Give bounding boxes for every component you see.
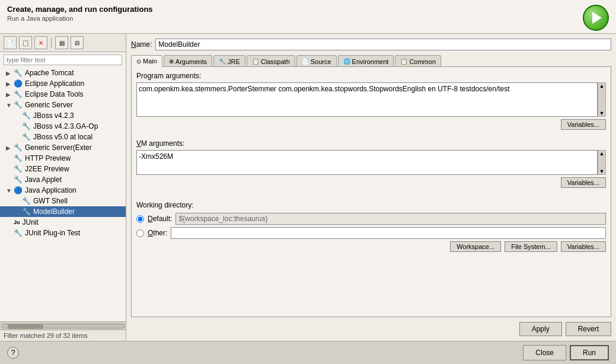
default-radio-label: Default: <box>148 215 172 223</box>
expander-icon: ▶ <box>6 91 12 98</box>
server-icon: 🔧 <box>14 143 23 152</box>
sidebar-item-label: GWT Shell <box>33 197 68 205</box>
sidebar-item-label: Java Applet <box>25 175 62 184</box>
tab-label: Environment <box>352 58 389 65</box>
play-triangle <box>592 12 602 24</box>
tab-environment[interactable]: 🌐 Environment <box>338 55 394 67</box>
vm-args-textarea[interactable]: -Xmx526M <box>136 150 598 175</box>
delete-config-button[interactable]: ✕ <box>34 36 47 49</box>
main-tab-icon: ⊙ <box>136 58 141 65</box>
sidebar-item-generic-server-ext[interactable]: ▶ 🔧 Generic Server(Exter <box>0 142 126 153</box>
common-tab-icon: 📋 <box>400 58 407 65</box>
filter-icon: ▤ <box>59 40 65 46</box>
filter-button[interactable]: ▤ <box>55 36 68 49</box>
sidebar-item-generic-server[interactable]: ▼ 🔧 Generic Server <box>0 100 126 110</box>
modelbuilder-icon: 🔧 <box>22 207 31 216</box>
default-radio-row: Default: <box>136 213 606 225</box>
args-tab-icon: ⊕ <box>169 58 174 65</box>
default-radio[interactable] <box>136 215 144 223</box>
new-config-button[interactable]: 📄 <box>4 36 17 49</box>
tab-label: Classpath <box>261 58 290 65</box>
apply-revert-row: Apply Revert <box>131 322 611 336</box>
sidebar-item-eclipse-app[interactable]: ▶ 🔵 Eclipse Application <box>0 78 126 89</box>
sidebar-item-apache-tomcat[interactable]: ▶ 🔧 Apache Tomcat <box>0 68 126 78</box>
revert-button[interactable]: Revert <box>566 322 611 336</box>
tab-label: Main <box>143 58 157 65</box>
sidebar-item-jboss-423ga[interactable]: 🔧 JBoss v4.2.3.GA-Op <box>0 121 126 132</box>
sidebar-item-gwt-shell[interactable]: 🔧 GWT Shell <box>0 196 126 206</box>
filesystem-button[interactable]: File System... <box>505 241 557 252</box>
other-dir-input[interactable] <box>171 227 606 239</box>
sidebar-item-junit[interactable]: Ju JUnit <box>0 217 126 228</box>
program-args-textarea[interactable]: com.openkm.kea.stemmers.PorterStemmer co… <box>136 82 598 117</box>
sidebar-item-label: Apache Tomcat <box>25 69 74 77</box>
sidebar-item-label: Generic Server <box>25 101 73 109</box>
sidebar-item-http-preview[interactable]: 🔧 HTTP Preview <box>0 153 126 164</box>
sidebar-item-jboss-v50[interactable]: 🔧 JBoss v5.0 at local <box>0 132 126 142</box>
name-input[interactable] <box>155 39 611 50</box>
footer-buttons: Close Run <box>523 345 609 360</box>
footer: ? Close Run <box>0 341 616 364</box>
name-row: Name: <box>131 39 611 50</box>
variables-dir-button[interactable]: Variables... <box>561 241 606 252</box>
program-args-label: Program arguments: <box>136 72 606 80</box>
config-panel: Program arguments: com.openkm.kea.stemme… <box>131 66 611 317</box>
close-button[interactable]: Close <box>523 345 566 360</box>
sidebar-item-java-applet[interactable]: 🔧 Java Applet <box>0 174 126 185</box>
default-dir-input <box>175 213 606 225</box>
tab-classpath[interactable]: 📋 Classpath <box>247 55 295 67</box>
jboss-icon: 🔧 <box>22 133 31 141</box>
config-tabs: ⊙ Main ⊕ Arguments 🔧 JRE 📋 Classpath 📄 S… <box>131 55 611 67</box>
duplicate-config-button[interactable]: 📋 <box>19 36 32 49</box>
sidebar-item-jboss-423[interactable]: 🔧 JBoss v4.2.3 <box>0 110 126 121</box>
workspace-button[interactable]: Workspace... <box>450 241 501 252</box>
other-radio[interactable] <box>136 229 144 237</box>
sidebar-item-label: JBoss v4.2.3.GA-Op <box>33 122 98 130</box>
java-app-icon: 🔵 <box>14 186 23 194</box>
sidebar-item-eclipse-data-tools[interactable]: ▶ 🔧 Eclipse Data Tools <box>0 89 126 100</box>
filter-input[interactable] <box>4 55 122 65</box>
tab-arguments[interactable]: ⊕ Arguments <box>164 55 212 67</box>
sidebar-item-label: JUnit Plug-in Test <box>25 229 80 237</box>
run-icon-button[interactable] <box>583 5 609 31</box>
sidebar-item-j2ee-preview[interactable]: 🔧 J2EE Preview <box>0 164 126 174</box>
collapse-icon: ⊟ <box>75 40 79 46</box>
sidebar-item-junit-plugin[interactable]: 🔧 JUnit Plug-in Test <box>0 228 126 238</box>
program-args-variables-button[interactable]: Variables... <box>561 119 606 130</box>
scroll-down-icon[interactable]: ▼ <box>598 110 605 116</box>
collapse-button[interactable]: ⊟ <box>71 36 84 49</box>
expander-icon: ▶ <box>6 81 12 87</box>
junit-icon: Ju <box>14 219 20 225</box>
tab-main[interactable]: ⊙ Main <box>131 55 162 67</box>
vm-args-label: VM arguments: <box>136 139 606 148</box>
sidebar-toolbar: 📄 📋 ✕ ▤ ⊟ <box>0 34 126 52</box>
server-icon: 🔧 <box>14 69 23 77</box>
tab-jre[interactable]: 🔧 JRE <box>213 55 245 67</box>
sidebar-item-label: Generic Server(Exter <box>25 143 92 152</box>
apply-button[interactable]: Apply <box>519 322 562 336</box>
sidebar-item-label: JUnit <box>23 218 39 226</box>
help-button[interactable]: ? <box>7 347 19 359</box>
jboss-icon: 🔧 <box>22 122 31 130</box>
tools-icon: 🔧 <box>14 90 23 98</box>
filter-status: Filter matched 29 of 32 items <box>0 330 126 341</box>
classpath-tab-icon: 📋 <box>252 58 259 65</box>
horizontal-scrollbar[interactable] <box>0 321 126 330</box>
sidebar-item-modelbuilder[interactable]: 🔧 ModelBuilder <box>0 206 126 217</box>
tab-source[interactable]: 📄 Source <box>296 55 337 67</box>
sidebar-item-java-application[interactable]: ▼ 🔵 Java Application <box>0 185 126 196</box>
scroll-up-icon[interactable]: ▲ <box>598 83 605 89</box>
tab-label: JRE <box>228 58 240 65</box>
tab-label: Common <box>409 58 436 65</box>
vm-scroll-up-icon[interactable]: ▲ <box>598 151 605 157</box>
sidebar-item-label: JBoss v5.0 at local <box>33 133 92 141</box>
tab-common[interactable]: 📋 Common <box>395 55 441 67</box>
other-radio-label: Other: <box>148 229 167 237</box>
other-radio-row: Other: <box>136 227 606 239</box>
run-button[interactable]: Run <box>570 345 609 360</box>
dialog-subtitle: Run a Java application <box>7 15 153 22</box>
vm-scroll-down-icon[interactable]: ▼ <box>598 168 605 174</box>
sidebar-item-label: J2EE Preview <box>25 165 69 173</box>
eclipse-icon: 🔵 <box>14 79 23 88</box>
vm-args-variables-button[interactable]: Variables... <box>561 177 606 188</box>
